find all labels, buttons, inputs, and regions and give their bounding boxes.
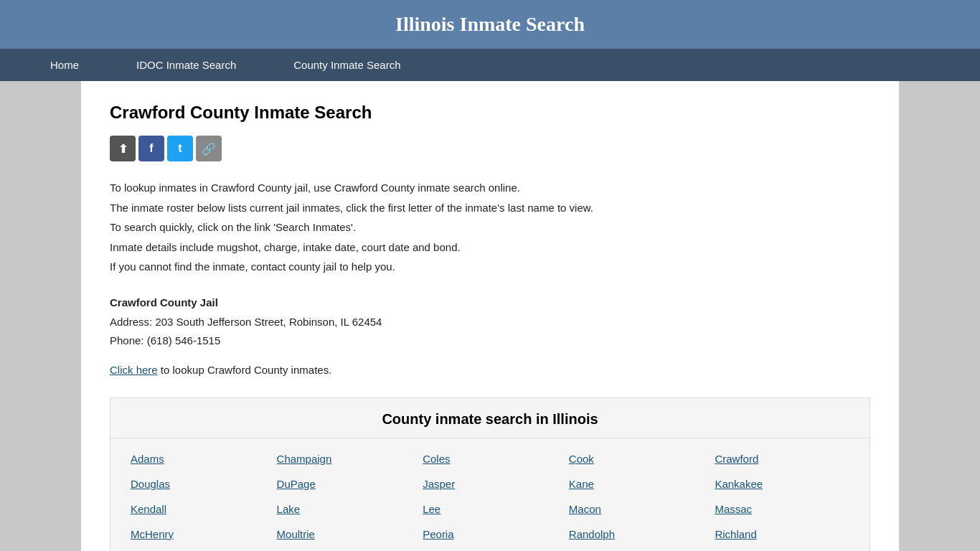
address-label: Address: — [110, 316, 152, 328]
county-link-massac[interactable]: Massac — [709, 500, 855, 518]
jail-address: Address: 203 South Jefferson Street, Rob… — [110, 313, 870, 331]
county-link-kendall[interactable]: Kendall — [125, 500, 271, 518]
county-link-randolph[interactable]: Randolph — [563, 525, 710, 543]
county-grid: AdamsChampaignColesCookCrawfordDouglasDu… — [110, 450, 870, 551]
click-here-link[interactable]: Click here — [110, 364, 158, 376]
nav-home[interactable]: Home — [22, 49, 108, 81]
county-link-kankakee[interactable]: Kankakee — [709, 475, 855, 493]
county-link-lee[interactable]: Lee — [417, 500, 563, 518]
jail-name: Crawford County Jail — [110, 293, 870, 312]
share-button[interactable]: ⬆ — [110, 136, 136, 161]
county-link-douglas[interactable]: Douglas — [125, 475, 271, 493]
site-header: Illinois Inmate Search — [0, 0, 980, 49]
main-content: Crawford County Inmate Search ⬆ f t 🔗 To… — [81, 81, 899, 551]
address-value: 203 South Jefferson Street, Robinson, IL… — [155, 316, 382, 328]
county-link-dupage[interactable]: DuPage — [271, 475, 418, 493]
share-buttons-container: ⬆ f t 🔗 — [110, 136, 870, 161]
county-section-title: County inmate search in Illinois — [110, 398, 870, 438]
desc-line-4: Inmate details include mugshot, charge, … — [110, 238, 870, 257]
county-link-adams[interactable]: Adams — [125, 450, 271, 468]
county-link-cook[interactable]: Cook — [563, 450, 710, 468]
site-title: Illinois Inmate Search — [0, 13, 980, 36]
county-link-kane[interactable]: Kane — [563, 475, 710, 493]
twitter-button[interactable]: t — [167, 136, 193, 161]
link-copy-button[interactable]: 🔗 — [196, 136, 222, 161]
county-link-mchenry[interactable]: McHenry — [125, 525, 271, 543]
phone-label: Phone: — [110, 334, 144, 347]
county-section: County inmate search in Illinois AdamsCh… — [110, 397, 870, 551]
county-link-richland[interactable]: Richland — [709, 525, 855, 543]
click-here-suffix: to lookup Crawford County inmates. — [158, 364, 332, 376]
phone-value: (618) 546-1515 — [147, 334, 221, 347]
desc-line-3: To search quickly, click on the link 'Se… — [110, 218, 870, 237]
click-here-section: Click here to lookup Crawford County inm… — [110, 364, 870, 376]
facebook-button[interactable]: f — [138, 136, 164, 161]
nav-county[interactable]: County Inmate Search — [265, 49, 429, 81]
main-nav: Home IDOC Inmate Search County Inmate Se… — [0, 49, 980, 81]
page-title: Crawford County Inmate Search — [110, 103, 870, 123]
desc-line-1: To lookup inmates in Crawford County jai… — [110, 179, 870, 197]
jail-info-section: Crawford County Jail Address: 203 South … — [110, 293, 870, 350]
county-link-moultrie[interactable]: Moultrie — [271, 525, 418, 543]
county-link-champaign[interactable]: Champaign — [271, 450, 418, 468]
jail-phone: Phone: (618) 546-1515 — [110, 331, 870, 350]
county-link-lake[interactable]: Lake — [271, 500, 418, 518]
county-link-jasper[interactable]: Jasper — [417, 475, 563, 493]
county-link-crawford[interactable]: Crawford — [709, 450, 855, 468]
nav-idoc[interactable]: IDOC Inmate Search — [108, 49, 265, 81]
description-section: To lookup inmates in Crawford County jai… — [110, 179, 870, 276]
desc-line-2: The inmate roster below lists current ja… — [110, 199, 870, 217]
county-link-peoria[interactable]: Peoria — [417, 525, 563, 543]
county-link-macon[interactable]: Macon — [563, 500, 710, 518]
desc-line-5: If you cannot find the inmate, contact c… — [110, 258, 870, 276]
county-link-coles[interactable]: Coles — [417, 450, 563, 468]
